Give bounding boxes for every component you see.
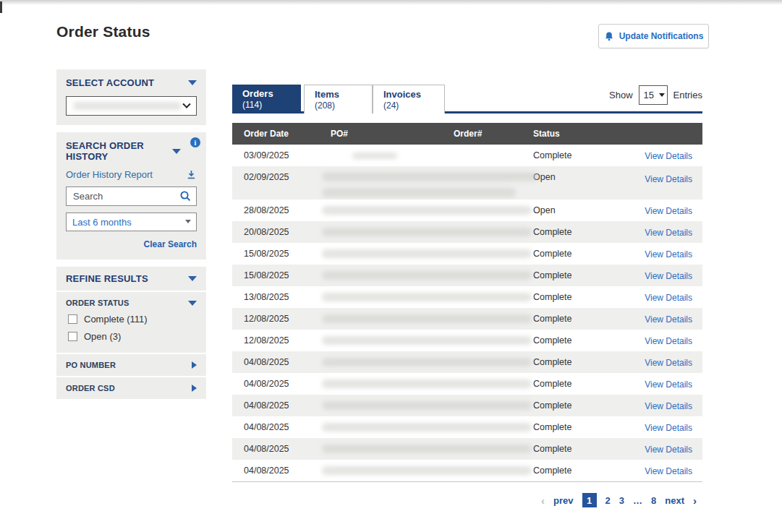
tab-orders[interactable]: Orders (114) bbox=[232, 85, 301, 113]
pagination-page-1[interactable]: 1 bbox=[582, 493, 597, 507]
filter-option-open: Open (3) bbox=[66, 331, 197, 342]
order-date-cell: 04/08/2025 bbox=[232, 379, 319, 389]
info-icon[interactable]: i bbox=[190, 137, 200, 147]
redacted-po-order-cell bbox=[319, 379, 522, 388]
status-cell: Complete bbox=[522, 314, 630, 324]
tabs-row: Orders (114) Items (208) Invoices (24) S… bbox=[232, 85, 702, 113]
status-cell: Complete bbox=[522, 150, 630, 160]
open-checkbox[interactable] bbox=[68, 332, 77, 341]
entries-select[interactable]: 15 bbox=[639, 85, 668, 105]
select-account-title: SELECT ACCOUNT bbox=[66, 77, 154, 88]
view-details-link[interactable]: View Details bbox=[645, 423, 692, 433]
view-details-link[interactable]: View Details bbox=[645, 314, 692, 325]
view-details-link[interactable]: View Details bbox=[645, 401, 692, 411]
top-shadow bbox=[0, 0, 782, 5]
download-icon[interactable] bbox=[186, 169, 197, 180]
complete-checkbox[interactable] bbox=[68, 314, 77, 324]
view-details-link[interactable]: View Details bbox=[645, 249, 692, 259]
po-number-filter-title: PO NUMBER bbox=[66, 361, 116, 369]
view-details-link[interactable]: View Details bbox=[645, 151, 692, 161]
redacted-po-order-cell bbox=[319, 314, 522, 323]
view-details-link[interactable]: View Details bbox=[645, 336, 692, 346]
redacted-po-order-cell bbox=[319, 206, 522, 215]
redacted-po-order-cell bbox=[319, 293, 522, 301]
redacted-account-value bbox=[73, 102, 182, 110]
table-row: 15/08/2025 Complete View Details bbox=[232, 243, 702, 265]
status-cell: Complete bbox=[522, 357, 630, 367]
tab-items[interactable]: Items (208) bbox=[304, 85, 373, 113]
redacted-po-order-cell bbox=[319, 423, 522, 432]
refine-results-section: REFINE RESULTS ORDER STATUS Complete (11… bbox=[56, 267, 206, 399]
account-select[interactable] bbox=[66, 96, 197, 116]
order-date-cell: 04/08/2025 bbox=[232, 422, 319, 432]
table-row: 04/08/2025 Complete View Details bbox=[232, 351, 702, 373]
table-row: 20/08/2025 Complete View Details bbox=[232, 221, 702, 243]
chevron-down-icon bbox=[188, 301, 197, 306]
date-range-select[interactable]: Last 6 months bbox=[66, 213, 197, 231]
order-history-report-link[interactable]: Order History Report bbox=[66, 169, 153, 180]
filter-option-complete: Complete (111) bbox=[66, 314, 197, 325]
order-date-cell: 28/08/2025 bbox=[232, 205, 319, 215]
po-number-filter-header[interactable]: PO NUMBER bbox=[66, 361, 197, 369]
chevron-down-icon bbox=[172, 149, 181, 154]
pagination-page-2[interactable]: 2 bbox=[605, 495, 611, 506]
pagination-next[interactable]: next bbox=[665, 495, 684, 506]
chevron-down-icon bbox=[182, 100, 190, 108]
order-status-page: Order Status Update Notifications SELECT… bbox=[0, 0, 782, 532]
order-date-cell: 04/08/2025 bbox=[232, 466, 319, 476]
pagination-ellipsis: … bbox=[633, 495, 642, 506]
order-date-cell: 20/08/2025 bbox=[232, 227, 319, 237]
table-row: 04/08/2025 Complete View Details bbox=[232, 373, 702, 395]
tab-items-label: Items bbox=[315, 89, 372, 100]
chevron-right-icon bbox=[192, 361, 197, 369]
entries-label: Entries bbox=[673, 90, 702, 100]
refine-results-header[interactable]: REFINE RESULTS bbox=[66, 273, 197, 284]
status-cell: Complete bbox=[522, 270, 630, 280]
redacted-po-order-cell bbox=[319, 228, 522, 236]
tab-invoices[interactable]: Invoices (24) bbox=[373, 85, 445, 113]
bell-icon bbox=[604, 31, 614, 42]
pagination-prev[interactable]: prev bbox=[553, 495, 573, 506]
update-notifications-button[interactable]: Update Notifications bbox=[598, 24, 709, 48]
status-cell: Complete bbox=[522, 292, 630, 302]
order-csd-filter-header[interactable]: ORDER CSD bbox=[66, 384, 197, 392]
redacted-po-order-cell bbox=[319, 358, 522, 366]
pagination-first-icon[interactable]: ‹ bbox=[541, 494, 545, 507]
view-details-link[interactable]: View Details bbox=[645, 358, 692, 368]
view-details-link[interactable]: View Details bbox=[645, 206, 692, 216]
order-status-filter-header[interactable]: ORDER STATUS bbox=[66, 299, 197, 307]
clear-search-link[interactable]: Clear Search bbox=[144, 239, 197, 249]
table-row: 03/09/2025 Complete View Details bbox=[232, 145, 702, 166]
view-details-link[interactable]: View Details bbox=[645, 271, 692, 281]
tab-invoices-count: (24) bbox=[383, 100, 444, 111]
order-csd-filter-title: ORDER CSD bbox=[66, 384, 115, 392]
column-order-number: Order# bbox=[442, 129, 522, 139]
view-details-link[interactable]: View Details bbox=[645, 466, 692, 476]
view-details-link[interactable]: View Details bbox=[645, 293, 692, 303]
redacted-po-order-cell bbox=[319, 445, 522, 453]
view-details-link[interactable]: View Details bbox=[645, 228, 692, 238]
pagination-page-3[interactable]: 3 bbox=[619, 495, 624, 506]
redacted-po-order-cell bbox=[319, 271, 522, 280]
redacted-po-order-cell bbox=[319, 336, 522, 345]
chevron-right-icon bbox=[192, 385, 197, 392]
complete-checkbox-label: Complete (111) bbox=[84, 314, 148, 325]
view-details-link[interactable]: View Details bbox=[645, 445, 692, 455]
search-input[interactable] bbox=[66, 186, 197, 206]
select-account-header[interactable]: SELECT ACCOUNT bbox=[66, 77, 197, 88]
tab-orders-label: Orders bbox=[242, 88, 301, 99]
search-icon[interactable] bbox=[179, 190, 192, 202]
view-details-link[interactable]: View Details bbox=[645, 379, 692, 390]
pagination-page-8[interactable]: 8 bbox=[651, 495, 656, 506]
column-status: Status bbox=[522, 129, 630, 139]
status-cell: Complete bbox=[522, 379, 630, 389]
order-date-cell: 04/08/2025 bbox=[232, 357, 319, 367]
view-details-link[interactable]: View Details bbox=[645, 174, 692, 184]
table-row: 12/08/2025 Complete View Details bbox=[232, 308, 702, 330]
tab-items-count: (208) bbox=[315, 100, 372, 111]
pagination-last-icon[interactable]: › bbox=[693, 494, 697, 507]
search-order-history-title: SEARCH ORDER HISTORY bbox=[66, 140, 172, 162]
status-cell: Complete bbox=[522, 227, 630, 237]
search-order-history-header[interactable]: SEARCH ORDER HISTORY bbox=[66, 140, 197, 162]
order-date-cell: 15/08/2025 bbox=[232, 270, 319, 280]
